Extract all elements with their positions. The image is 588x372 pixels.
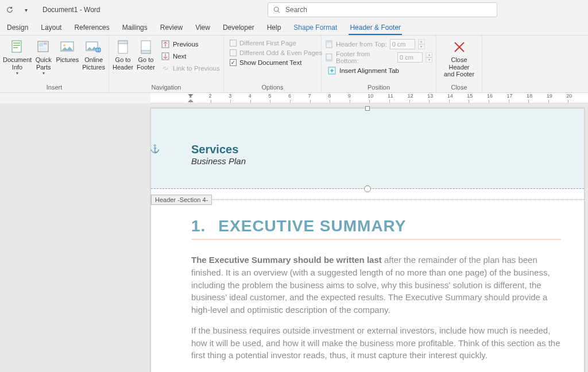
group-label-navigation: Navigation	[113, 83, 220, 92]
svg-rect-19	[141, 51, 150, 53]
pictures-button[interactable]: Pictures	[56, 38, 79, 65]
search-placeholder: Search	[285, 6, 307, 14]
header-zone[interactable]: ⚓ Services Business Plan	[151, 108, 584, 189]
horizontal-ruler[interactable]: 1234567891011121314151617181920	[150, 93, 588, 103]
tab-shape-format[interactable]: Shape Format	[292, 21, 338, 35]
svg-rect-25	[326, 59, 332, 61]
ribbon: Document Info ▾ Quick Parts ▾ Pictures O…	[0, 36, 588, 93]
checkbox-icon	[230, 49, 237, 56]
svg-rect-9	[39, 48, 47, 51]
link-icon	[161, 64, 170, 73]
document-title: Document1 - Word	[42, 6, 100, 14]
checkbox-icon	[230, 40, 237, 46]
show-document-text-checkbox[interactable]: Show Document Text	[227, 59, 324, 67]
next-icon	[161, 52, 170, 61]
spinner[interactable]: ▴▾	[425, 52, 432, 63]
chevron-down-icon: ▾	[16, 71, 18, 76]
tab-developer[interactable]: Developer	[222, 21, 256, 35]
goto-footer-button[interactable]: Go to Footer	[137, 38, 155, 72]
footer-bottom-value[interactable]: 0 cm	[397, 52, 423, 63]
search-input[interactable]: Search	[268, 2, 497, 17]
document-area[interactable]: ⚓ Services Business Plan Header -Section…	[0, 103, 588, 372]
resize-handle[interactable]	[364, 185, 371, 192]
goto-header-icon	[114, 39, 131, 55]
tab-references[interactable]: References	[73, 21, 110, 35]
header-subtitle[interactable]: Business Plan	[191, 156, 550, 166]
heading-1: 1.EXECUTIVE SUMMARY	[191, 217, 561, 235]
checkbox-checked-icon	[230, 59, 237, 66]
document-info-icon	[9, 39, 26, 55]
svg-rect-23	[326, 41, 332, 42]
tab-review[interactable]: Review	[159, 21, 184, 35]
header-top-icon	[325, 40, 333, 48]
paragraph: Suggested headings to organize this busi…	[191, 370, 561, 372]
svg-rect-7	[39, 42, 43, 46]
paragraph: The Executive Summary should be written …	[191, 254, 561, 316]
qat-dropdown-icon[interactable]: ▾	[21, 5, 31, 15]
close-header-footer-button[interactable]: Close Header and Footer	[440, 38, 478, 79]
quick-parts-icon	[35, 39, 52, 55]
group-label-options: Options	[227, 83, 318, 92]
different-odd-even-checkbox[interactable]: Different Odd & Even Pages	[227, 49, 324, 57]
resize-handle[interactable]	[365, 106, 370, 111]
svg-point-11	[63, 44, 65, 46]
refresh-icon[interactable]	[5, 5, 15, 15]
anchor-icon: ⚓	[150, 144, 160, 153]
insert-alignment-tab-button[interactable]: Insert Alignment Tab	[325, 65, 432, 76]
group-label-position: Position	[325, 83, 432, 92]
previous-button[interactable]: Previous	[158, 39, 222, 49]
tab-mailings[interactable]: Mailings	[121, 21, 149, 35]
svg-rect-3	[13, 42, 20, 44]
page: ⚓ Services Business Plan Header -Section…	[150, 108, 585, 372]
previous-icon	[161, 40, 170, 49]
next-button[interactable]: Next	[158, 51, 222, 61]
ribbon-tabs: Design Layout References Mailings Review…	[0, 20, 588, 36]
goto-header-button[interactable]: Go to Header	[113, 38, 133, 72]
chevron-down-icon: ▾	[42, 71, 45, 76]
svg-rect-8	[44, 42, 47, 45]
quick-parts-button[interactable]: Quick Parts ▾	[34, 38, 53, 77]
online-pictures-icon	[85, 39, 102, 55]
svg-line-1	[278, 11, 280, 13]
document-info-button[interactable]: Document Info ▾	[3, 38, 31, 77]
paragraph: If the business requires outside investm…	[191, 324, 561, 362]
pictures-icon	[59, 39, 76, 55]
header-top-value[interactable]: 0 cm	[390, 39, 415, 49]
document-body: 1.EXECUTIVE SUMMARY The Executive Summar…	[151, 200, 584, 372]
footer-from-bottom-row: Footer from Bottom: 0 cm ▴▾	[325, 51, 432, 64]
search-icon	[273, 6, 281, 14]
close-icon	[451, 39, 468, 55]
group-label-close: Close	[440, 83, 478, 92]
online-pictures-button[interactable]: Online Pictures	[82, 38, 105, 72]
alignment-tab-icon	[327, 66, 336, 75]
svg-point-0	[274, 7, 278, 11]
footer-bottom-icon	[325, 53, 333, 61]
different-first-page-checkbox[interactable]: Different First Page	[227, 39, 324, 47]
svg-rect-17	[118, 41, 127, 44]
tab-layout[interactable]: Layout	[40, 21, 63, 35]
tab-view[interactable]: View	[194, 21, 211, 35]
svg-rect-5	[13, 47, 18, 48]
spinner[interactable]: ▴▾	[418, 39, 425, 49]
tab-help[interactable]: Help	[266, 21, 283, 35]
goto-footer-icon	[137, 39, 154, 55]
header-from-top-row: Header from Top: 0 cm ▴▾	[325, 39, 432, 49]
section-tag: Header -Section 4-	[151, 195, 212, 205]
header-title[interactable]: Services	[191, 143, 550, 156]
svg-rect-4	[13, 45, 20, 46]
tab-design[interactable]: Design	[6, 21, 29, 35]
link-previous-button[interactable]: Link to Previous	[158, 63, 222, 73]
group-label-insert: Insert	[3, 83, 105, 92]
tab-header-footer[interactable]: Header & Footer	[349, 21, 402, 35]
